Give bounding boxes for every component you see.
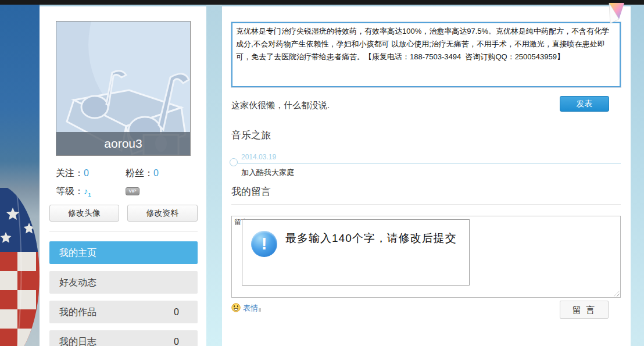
fans-count[interactable]: 0 — [153, 168, 159, 178]
lazy-status-text: 这家伙很懒，什么都没说. — [231, 100, 330, 111]
char-limit-message: 最多输入140个字，请修改后提交 — [285, 226, 460, 251]
main-content-panel: 克优林是专门治疗尖锐湿疣的特效药，有效率高达100%，治愈率高达97.5%。克优… — [222, 6, 631, 346]
music-journey-title: 音乐之旅 — [231, 129, 271, 142]
level-row: 等级：♪1 VIP — [56, 186, 195, 198]
follow-stats-row: 关注：0 粉丝：0 — [56, 167, 195, 180]
following-label: 关注： — [56, 168, 84, 178]
sidebar-item-label: 好友动态 — [59, 277, 96, 287]
my-messages-title: 我的留言 — [231, 185, 271, 198]
messages-divider — [231, 204, 621, 205]
avatar[interactable]: aorou3 — [56, 21, 191, 156]
sidebar-menu: 我的主页 好友动态 我的作品 0 我的日志 0 — [49, 241, 198, 346]
timeline-date: 2014.03.19 — [241, 153, 276, 161]
top-bar — [0, 0, 644, 5]
sidebar-item-count: 0 — [174, 330, 179, 346]
background-balloon-photo — [0, 5, 40, 346]
following-count[interactable]: 0 — [84, 168, 89, 178]
resize-handle[interactable] — [614, 291, 620, 297]
sidebar-item-count: 0 — [174, 301, 179, 323]
vip-badge: VIP — [126, 187, 139, 195]
american-flag-balloon-graphic — [0, 188, 40, 346]
info-icon: ! — [251, 231, 277, 257]
fans-label: 粉丝： — [126, 168, 153, 178]
emoticon-icon[interactable] — [231, 303, 241, 312]
sidebar-item-my-journal[interactable]: 我的日志 0 — [49, 330, 198, 346]
sidebar-item-label: 我的作品 — [59, 307, 96, 317]
sidebar-item-label: 我的日志 — [59, 337, 96, 346]
char-limit-dialog: ! 最多输入140个字，请修改后提交 — [242, 219, 470, 286]
edit-profile-button[interactable]: 修改资料 — [127, 205, 198, 222]
emoticon-button[interactable]: 表情 — [243, 303, 258, 313]
sidebar-item-friend-activity[interactable]: 好友动态 — [49, 271, 198, 294]
sidebar-item-my-homepage[interactable]: 我的主页 — [49, 241, 198, 264]
level-number: 1 — [88, 192, 91, 198]
edit-avatar-button[interactable]: 修改头像 — [49, 205, 119, 222]
leave-message-button[interactable]: 留 言 — [560, 301, 609, 319]
timeline-line — [238, 163, 621, 164]
profile-sidebar-panel: aorou3 关注：0 粉丝：0 等级：♪1 VIP 修改头像 修改资料 我的主… — [40, 6, 206, 346]
page-curl-decoration[interactable] — [606, 2, 627, 25]
sidebar-item-label: 我的主页 — [59, 248, 96, 258]
timeline-node-circle — [230, 158, 238, 166]
username: aorou3 — [56, 132, 190, 155]
background-gap-strip — [206, 5, 222, 346]
intro-textarea[interactable]: 克优林是专门治疗尖锐湿疣的特效药，有效率高达100%，治愈率高达97.5%。克优… — [231, 22, 621, 87]
level-label: 等级： — [56, 186, 84, 196]
sidebar-item-my-works[interactable]: 我的作品 0 — [49, 301, 198, 323]
sidebar-divider — [49, 231, 198, 231]
level-note-icon: ♪1 — [84, 186, 91, 196]
timeline-event: 加入酷我大家庭 — [241, 167, 294, 178]
publish-button[interactable]: 发表 — [560, 96, 609, 112]
small-gray-artifact — [259, 308, 261, 312]
